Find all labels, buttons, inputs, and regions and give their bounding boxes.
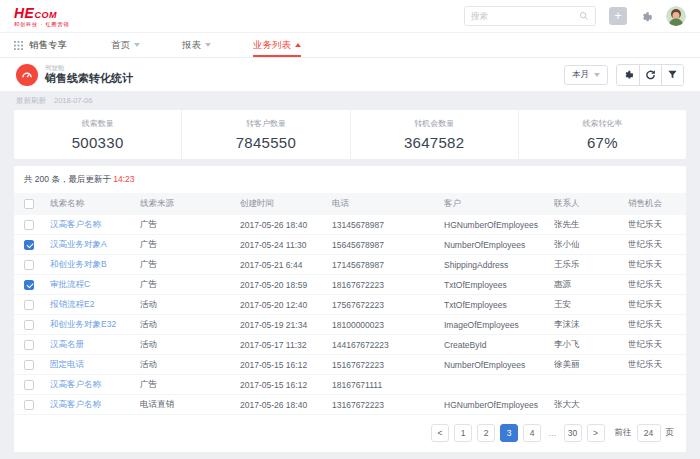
- row-checkbox[interactable]: [24, 400, 34, 410]
- global-search[interactable]: [464, 6, 596, 26]
- customer-cell: HGNumberOfEmployees: [444, 220, 554, 230]
- pagination: < 1234…30 > 前往 页: [14, 415, 686, 448]
- nav-item-reports[interactable]: 报表: [182, 33, 211, 57]
- row-checkbox[interactable]: [24, 280, 34, 290]
- lead-source-cell: 活动: [140, 339, 240, 351]
- contact-cell: 张大大: [554, 399, 628, 411]
- table-body: 汉高客户名称 广告 2017-05-26 18:40 13145678987 H…: [14, 215, 686, 415]
- lead-name-link[interactable]: 汉高客户名称: [50, 379, 101, 389]
- stat-value: 67%: [587, 134, 618, 151]
- pagination-page-2[interactable]: 2: [477, 424, 495, 442]
- settings-icon[interactable]: [640, 10, 653, 23]
- contact-cell: 张先生: [554, 219, 628, 231]
- lead-name-link[interactable]: 汉高业务对象A: [50, 239, 107, 249]
- row-checkbox[interactable]: [24, 240, 34, 250]
- pagination-ellipsis: …: [546, 428, 559, 438]
- created-time-cell: 2017-05-26 18:40: [240, 220, 332, 230]
- row-checkbox[interactable]: [24, 260, 34, 270]
- lead-name-link[interactable]: 报销流程E2: [50, 299, 94, 309]
- lead-name-link[interactable]: 和创业务对象E32: [50, 319, 116, 329]
- table-row: 汉高名册 活动 2017-05-17 11:32 144167672223 Cr…: [14, 335, 686, 355]
- plus-icon: +: [614, 9, 621, 23]
- nav-item-home[interactable]: 首页: [111, 33, 140, 57]
- pagination-page-30[interactable]: 30: [564, 424, 582, 442]
- chevron-down-icon: [134, 43, 140, 47]
- hecom-logo[interactable]: HECOM 和创科技 · 红圈营销: [14, 6, 69, 27]
- pagination-page-1[interactable]: 1: [454, 424, 472, 442]
- created-time-cell: 2017-05-20 12:40: [240, 300, 332, 310]
- chevron-up-icon: [295, 43, 301, 47]
- last-refresh-line: 最新刷新 2018-07-06: [0, 91, 700, 110]
- page-title: 销售线索转化统计: [45, 73, 133, 84]
- lead-name-link[interactable]: 汉高名册: [50, 339, 84, 349]
- col-header-contact: 联系人: [554, 198, 628, 210]
- col-header-phone: 电话: [332, 198, 444, 210]
- stat-converted-customers: 转客户数量 7845550: [181, 110, 349, 159]
- col-header-created-time: 创建时间: [240, 198, 332, 210]
- customer-cell: ShippingAddress: [444, 260, 554, 270]
- phone-cell: 144167672223: [332, 340, 444, 350]
- lead-name-link[interactable]: 汉高客户名称: [50, 219, 101, 229]
- goto-suffix: 页: [666, 427, 675, 439]
- customer-cell: NumberOfEmployees: [444, 240, 554, 250]
- lead-name-link[interactable]: 审批流程C: [50, 279, 90, 289]
- refresh-button[interactable]: [639, 65, 661, 85]
- lead-source-cell: 广告: [140, 279, 240, 291]
- search-input[interactable]: [471, 11, 579, 21]
- stat-converted-opportunities: 转机会数量 3647582: [350, 110, 518, 159]
- pagination-page-4[interactable]: 4: [523, 424, 541, 442]
- stat-value: 3647582: [404, 134, 465, 151]
- row-checkbox[interactable]: [24, 300, 34, 310]
- lead-source-cell: 电话直销: [140, 399, 240, 411]
- nav-item-business-list[interactable]: 业务列表: [253, 33, 301, 57]
- row-checkbox[interactable]: [24, 320, 34, 330]
- settings-gear-button[interactable]: [617, 65, 639, 85]
- pagination-prev-button[interactable]: <: [431, 424, 449, 442]
- pagination-page-3[interactable]: 3: [500, 424, 518, 442]
- chevron-down-icon: [594, 73, 600, 77]
- select-all-checkbox[interactable]: [24, 199, 34, 209]
- contact-cell: 惠源: [554, 279, 628, 291]
- phone-cell: 13167672223: [332, 400, 444, 410]
- lead-name-link[interactable]: 和创业务对象B: [50, 259, 107, 269]
- lead-name-link[interactable]: 汉高客户名称: [50, 399, 101, 409]
- row-checkbox[interactable]: [24, 360, 34, 370]
- customer-cell: HGNumberOfEmployees: [444, 400, 554, 410]
- contact-cell: 张小仙: [554, 239, 628, 251]
- goto-page-input[interactable]: [637, 424, 661, 442]
- logo-text: HECOM: [14, 6, 69, 20]
- table-row: 审批流程C 广告 2017-05-20 18:59 18167672223 Tx…: [14, 275, 686, 295]
- col-header-sales-opportunity: 销售机会: [628, 198, 676, 210]
- lead-source-cell: 广告: [140, 239, 240, 251]
- phone-cell: 18167671111: [332, 380, 444, 390]
- row-checkbox[interactable]: [24, 220, 34, 230]
- contact-cell: 李沫沫: [554, 319, 628, 331]
- row-checkbox[interactable]: [24, 380, 34, 390]
- add-button[interactable]: +: [609, 7, 627, 25]
- contact-cell: 李小飞: [554, 339, 628, 351]
- user-avatar[interactable]: [666, 6, 686, 26]
- table-row: 汉高客户名称 电话直销 2017-05-26 18:40 13167672223…: [14, 395, 686, 415]
- opportunity-cell: 世纪乐天: [628, 319, 676, 331]
- refresh-date: 2018-07-06: [54, 96, 92, 106]
- customer-cell: ImageOfEmployees: [444, 320, 554, 330]
- stat-conversion-rate: 线索转化率 67%: [518, 110, 686, 159]
- pagination-pages: 1234…30: [454, 424, 582, 442]
- gear-icon: [623, 69, 634, 80]
- chevron-down-icon: [205, 43, 211, 47]
- period-selector[interactable]: 本月: [564, 65, 608, 85]
- created-time-cell: 2017-05-15 16:12: [240, 360, 332, 370]
- opportunity-cell: 世纪乐天: [628, 299, 676, 311]
- phone-cell: 18100000023: [332, 320, 444, 330]
- lead-source-cell: 活动: [140, 359, 240, 371]
- row-checkbox[interactable]: [24, 340, 34, 350]
- table-row: 固定电话 活动 2017-05-15 16:12 15167672223 Num…: [14, 355, 686, 375]
- filter-button[interactable]: [661, 65, 683, 85]
- app-switcher[interactable]: 销售专享: [14, 33, 67, 57]
- phone-cell: 17567672223: [332, 300, 444, 310]
- lead-name-link[interactable]: 固定电话: [50, 359, 84, 369]
- opportunity-cell: 世纪乐天: [628, 219, 676, 231]
- pagination-next-button[interactable]: >: [587, 424, 605, 442]
- contact-cell: 王安: [554, 299, 628, 311]
- opportunity-cell: 世纪乐天: [628, 279, 676, 291]
